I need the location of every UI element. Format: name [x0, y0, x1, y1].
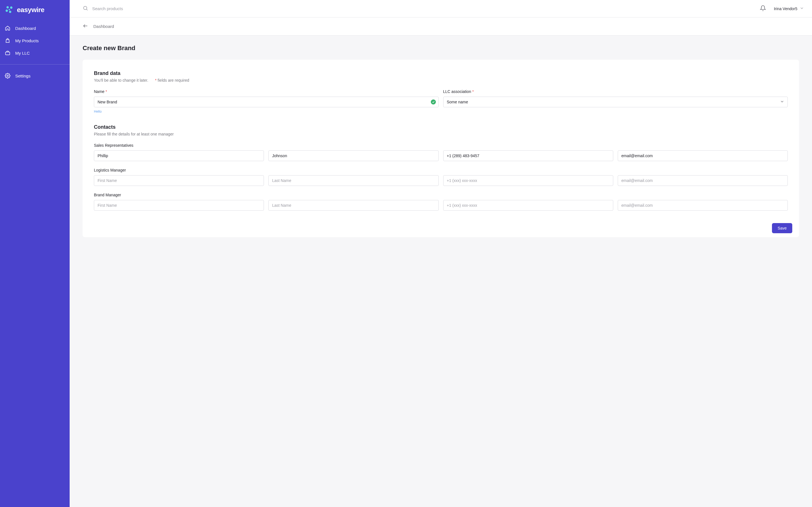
sales-first-name-input[interactable]	[94, 151, 264, 161]
breadcrumb[interactable]: Dashboard	[93, 24, 114, 29]
sidebar-item-label: Settings	[15, 73, 31, 78]
search-icon	[83, 5, 88, 12]
logo[interactable]: easywire	[0, 0, 70, 21]
logo-icon	[4, 5, 14, 15]
svg-point-1	[10, 6, 12, 9]
logistics-last-name-input[interactable]	[268, 175, 439, 186]
contacts-title: Contacts	[94, 124, 788, 130]
notifications-icon[interactable]	[760, 5, 766, 12]
check-icon	[431, 100, 436, 105]
sidebar-item-label: My LLC	[15, 51, 30, 55]
svg-point-6	[7, 75, 8, 76]
logistics-phone-input[interactable]	[443, 175, 613, 186]
svg-line-8	[87, 9, 88, 10]
brand-email-input[interactable]	[618, 200, 788, 211]
logistics-first-name-input[interactable]	[94, 175, 264, 186]
bag-icon	[4, 38, 11, 44]
gear-icon	[4, 73, 11, 79]
brand-manager-label: Brand Manager	[94, 193, 788, 197]
sales-phone-input[interactable]	[443, 151, 613, 161]
svg-point-0	[6, 6, 9, 8]
sidebar-item-label: Dashboard	[15, 26, 36, 31]
llc-select[interactable]	[443, 97, 788, 107]
form-card: Brand data You'll be able to change it l…	[83, 60, 799, 237]
brand-phone-input[interactable]	[443, 200, 613, 211]
search	[83, 5, 760, 12]
sidebar: easywire Dashboard My Products	[0, 0, 70, 507]
llc-label: LLC association *	[443, 89, 788, 94]
sidebar-item-settings[interactable]: Settings	[0, 69, 70, 82]
brand-data-title: Brand data	[94, 70, 788, 76]
breadcrumb-bar: Dashboard	[70, 17, 812, 36]
sidebar-item-label: My Products	[15, 38, 39, 43]
brand-last-name-input[interactable]	[268, 200, 439, 211]
sales-email-input[interactable]	[618, 151, 788, 161]
sales-last-name-input[interactable]	[268, 151, 439, 161]
topbar: Irina Vendor5	[70, 0, 812, 17]
page-title: Create new Brand	[83, 45, 799, 52]
logistics-email-input[interactable]	[618, 175, 788, 186]
sidebar-item-dashboard[interactable]: Dashboard	[0, 22, 70, 34]
svg-point-2	[6, 10, 8, 12]
svg-rect-5	[6, 52, 10, 55]
svg-point-3	[9, 11, 11, 13]
brand-data-subtitle: You'll be able to change it later. * fie…	[94, 78, 788, 82]
search-input[interactable]	[92, 6, 177, 11]
sales-label: Sales Representatives	[94, 143, 788, 148]
save-button[interactable]: Save	[772, 223, 792, 233]
svg-point-7	[84, 6, 87, 10]
user-name: Irina Vendor5	[774, 6, 797, 11]
name-helper-link[interactable]: Hello	[94, 110, 101, 114]
sidebar-item-products[interactable]: My Products	[0, 34, 70, 47]
svg-point-4	[9, 9, 10, 10]
brand-first-name-input[interactable]	[94, 200, 264, 211]
name-label: Name *	[94, 89, 439, 94]
chevron-down-icon	[800, 6, 804, 11]
logistics-label: Logistics Manager	[94, 168, 788, 172]
back-arrow-icon[interactable]	[83, 23, 88, 30]
home-icon	[4, 25, 11, 31]
sidebar-item-llc[interactable]: My LLC	[0, 47, 70, 59]
user-menu[interactable]: Irina Vendor5	[774, 6, 804, 11]
brand-name-input[interactable]	[94, 97, 439, 107]
contacts-subtitle: Please fill the details for at least one…	[94, 132, 788, 136]
logo-text: easywire	[17, 6, 44, 14]
briefcase-icon	[4, 50, 11, 56]
